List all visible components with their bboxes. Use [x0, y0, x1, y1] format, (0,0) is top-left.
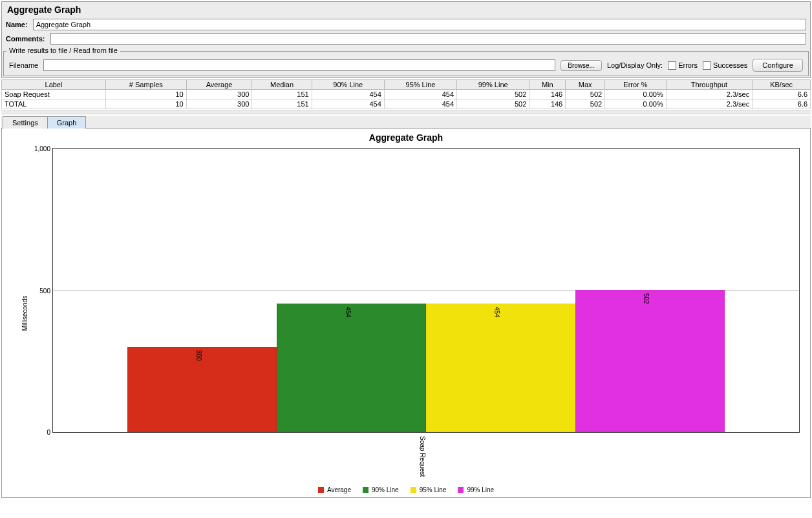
plot-region: 1,000 500 0 300454454502 Soap Request — [52, 148, 800, 433]
table-row[interactable]: Soap Request103001514544545021465020.00%… — [2, 90, 811, 99]
table-header[interactable]: 95% Line — [384, 80, 456, 90]
table-cell: 454 — [384, 90, 456, 99]
table-cell: 300 — [186, 90, 252, 99]
file-fieldset: Write results to file / Read from file F… — [3, 47, 809, 76]
browse-button[interactable]: Browse... — [561, 60, 602, 71]
table-header[interactable]: Average — [186, 80, 252, 90]
y-axis-label: Milliseconds — [21, 295, 28, 330]
bar-value-label: 502 — [643, 293, 650, 304]
legend-item: Average — [318, 486, 351, 493]
legend-label: 95% Line — [420, 486, 447, 493]
tab-bar: Settings Graph — [1, 116, 811, 129]
table-cell: 151 — [252, 90, 312, 99]
bar-value-label: 454 — [345, 307, 352, 318]
table-cell: 502 — [566, 99, 605, 109]
successes-label: Successes — [713, 61, 747, 69]
errors-checkbox[interactable] — [668, 61, 676, 70]
legend-item: 95% Line — [411, 486, 447, 493]
legend-swatch — [363, 487, 369, 493]
table-header[interactable]: Throughput — [666, 80, 752, 90]
table-cell: 454 — [312, 99, 384, 109]
name-label: Name: — [6, 21, 30, 28]
aggregate-graph-panel: Aggregate Graph Name: Comments: Write re… — [1, 1, 811, 78]
table-cell: 454 — [384, 99, 456, 109]
table-header[interactable]: 99% Line — [457, 80, 529, 90]
chart-area: Aggregate Graph Milliseconds 1,000 500 0… — [1, 129, 811, 498]
table-cell: 146 — [529, 90, 566, 99]
logdisplay-label: Log/Display Only: — [607, 61, 663, 69]
table-cell: TOTAL — [2, 99, 106, 109]
table-cell: 151 — [252, 99, 312, 109]
comments-label: Comments: — [6, 35, 48, 43]
tab-graph[interactable]: Graph — [47, 116, 87, 129]
y-tick-1000: 1,000 — [34, 145, 50, 152]
y-tick-500: 500 — [39, 287, 50, 294]
bar-value-label: 300 — [195, 350, 202, 361]
table-cell: 300 — [186, 99, 252, 109]
chart-legend: Average90% Line95% Line99% Line — [2, 486, 810, 493]
chart-bar: 454 — [426, 304, 575, 432]
successes-checkbox-wrap[interactable]: Successes — [703, 61, 747, 70]
legend-swatch — [318, 487, 324, 493]
legend-swatch — [411, 487, 416, 493]
table-cell: 10 — [105, 90, 186, 99]
table-header[interactable]: Error % — [605, 80, 667, 90]
table-row[interactable]: TOTAL103001514544545021465020.00%2.3/sec… — [2, 99, 811, 109]
legend-label: 99% Line — [467, 486, 494, 493]
chart-bar: 454 — [277, 304, 426, 432]
panel-title: Aggregate Graph — [2, 2, 810, 17]
legend-item: 90% Line — [363, 486, 399, 493]
table-header[interactable]: Min — [529, 80, 566, 90]
table-cell: 6.6 — [753, 90, 811, 99]
table-header[interactable]: # Samples — [105, 80, 186, 90]
bars-container: 300454454502 — [53, 149, 799, 432]
table-cell: 146 — [529, 99, 566, 109]
tab-settings[interactable]: Settings — [3, 116, 48, 129]
name-input[interactable] — [33, 19, 806, 30]
errors-label: Errors — [678, 61, 698, 69]
bar-value-label: 454 — [493, 307, 500, 318]
table-header[interactable]: Label — [2, 80, 106, 90]
table-cell: 0.00% — [605, 99, 667, 109]
table-cell: Soap Request — [2, 90, 106, 99]
table-cell: 502 — [457, 90, 529, 99]
table-cell: 2.3/sec — [666, 90, 752, 99]
table-header[interactable]: Max — [566, 80, 605, 90]
results-table: Label# SamplesAverageMedian90% Line95% L… — [1, 79, 811, 109]
table-cell: 502 — [457, 99, 529, 109]
table-cell: 6.6 — [753, 99, 811, 109]
table-cell: 502 — [566, 90, 605, 99]
errors-checkbox-wrap[interactable]: Errors — [668, 61, 698, 70]
comments-input[interactable] — [50, 33, 806, 45]
filename-input[interactable] — [43, 59, 555, 71]
x-category-label: Soap Request — [419, 436, 426, 477]
table-cell: 2.3/sec — [666, 99, 752, 109]
y-tick-0: 0 — [47, 429, 50, 436]
table-header[interactable]: 90% Line — [312, 80, 384, 90]
configure-button[interactable]: Configure — [753, 59, 803, 72]
split-divider[interactable] — [1, 110, 811, 114]
chart-bar: 502 — [575, 290, 725, 432]
chart-title: Aggregate Graph — [2, 129, 810, 144]
table-cell: 0.00% — [605, 90, 667, 99]
legend-item: 99% Line — [458, 486, 494, 493]
successes-checkbox[interactable] — [703, 61, 711, 70]
table-header[interactable]: Median — [252, 80, 312, 90]
table-cell: 10 — [105, 99, 186, 109]
legend-swatch — [458, 487, 464, 493]
file-legend: Write results to file / Read from file — [6, 47, 120, 54]
legend-label: 90% Line — [372, 486, 399, 493]
legend-label: Average — [327, 486, 351, 493]
filename-label: Filename — [9, 61, 38, 69]
chart-bar: 300 — [127, 347, 277, 432]
table-header[interactable]: KB/sec — [753, 80, 811, 90]
table-cell: 454 — [312, 90, 384, 99]
